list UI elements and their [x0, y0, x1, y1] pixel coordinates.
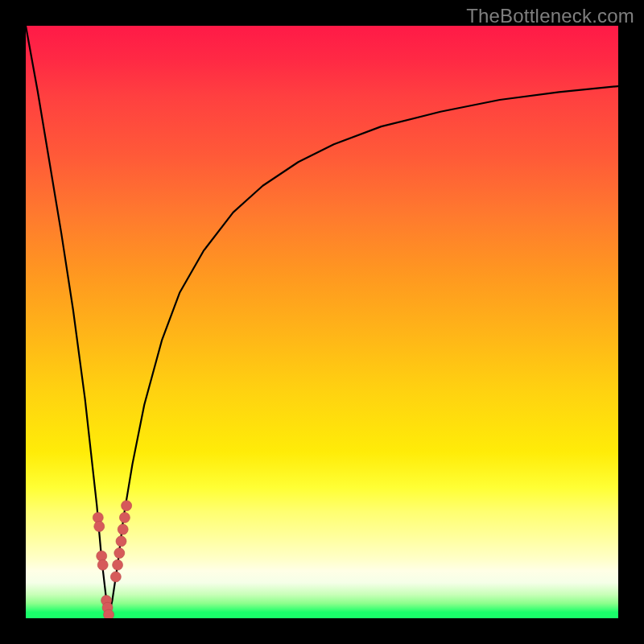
data-marker — [94, 521, 105, 531]
data-marker — [104, 609, 114, 618]
curve-layer — [26, 26, 618, 615]
data-marker — [97, 559, 108, 570]
chart-svg — [26, 26, 618, 618]
watermark-text: TheBottleneck.com — [466, 5, 634, 27]
data-marker — [110, 572, 121, 582]
bottleneck-curve — [26, 26, 618, 615]
plot-area — [26, 26, 618, 618]
data-marker — [122, 501, 132, 511]
data-marker — [119, 512, 130, 522]
chart-frame: TheBottleneck.com — [0, 0, 644, 644]
data-marker — [113, 559, 123, 570]
data-marker — [114, 548, 125, 559]
data-marker — [118, 524, 128, 535]
data-marker — [116, 536, 126, 547]
